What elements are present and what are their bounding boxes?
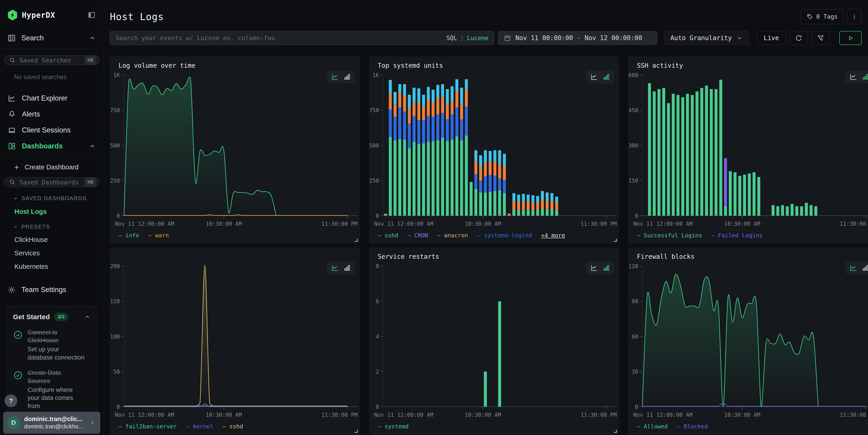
chart-plot[interactable]: 0306090120Nov 11 12:00:00 AM10:30:00 AM1… xyxy=(628,262,868,421)
svg-text:120: 120 xyxy=(628,263,638,270)
svg-text:30: 30 xyxy=(631,369,638,375)
tags-button[interactable]: 0 Tags xyxy=(801,9,843,24)
legend-item[interactable]: — Failed Logins xyxy=(711,232,763,239)
sidebar-item-search[interactable]: Search xyxy=(0,34,103,49)
chart-plot[interactable]: 02505007501KNov 11 12:00:00 AM10:30:00 A… xyxy=(369,71,619,230)
chart-plot[interactable]: 0150300450600Nov 11 12:00:00 AM10:30:00 … xyxy=(628,71,868,230)
sidebar-item-services[interactable]: Services xyxy=(14,249,103,257)
legend-item[interactable]: — CRON xyxy=(407,232,428,239)
svg-text:90: 90 xyxy=(631,298,638,305)
resize-handle[interactable] xyxy=(614,430,617,433)
resize-handle[interactable] xyxy=(355,430,358,433)
tags-label: 0 Tags xyxy=(816,13,838,20)
sidebar-item-dashboards[interactable]: Dashboards xyxy=(0,138,103,154)
sidebar-item-alerts[interactable]: Alerts xyxy=(0,106,103,122)
granularity-select[interactable]: Auto Granularity xyxy=(664,31,749,45)
saved-searches-field[interactable] xyxy=(20,57,85,64)
bar-chart-icon[interactable] xyxy=(603,264,610,272)
chevron-up-icon[interactable] xyxy=(89,143,96,150)
create-dashboard-label: Create Dashboard xyxy=(25,163,79,171)
saved-dashboards-input[interactable]: ⌘K xyxy=(4,177,100,187)
user-email: dominic.tran@clickho... xyxy=(24,423,89,430)
refresh-button[interactable] xyxy=(789,31,808,45)
bar-chart-icon[interactable] xyxy=(343,73,351,81)
sidebar-collapse-icon[interactable] xyxy=(88,11,96,19)
line-chart-icon[interactable] xyxy=(849,264,857,272)
legend-item[interactable]: — anacron xyxy=(437,232,468,239)
saved-dashboards-field[interactable] xyxy=(20,179,85,186)
sidebar-item-clickhouse[interactable]: ClickHouse xyxy=(14,236,103,244)
line-chart-icon[interactable] xyxy=(331,73,339,81)
line-chart-icon[interactable] xyxy=(849,73,857,81)
legend-more-link[interactable]: +4 more xyxy=(541,232,565,239)
chart-plot[interactable]: 02505007501KNov 11 12:00:00 AM10:30:00 A… xyxy=(110,71,360,230)
sidebar-item-host-logs[interactable]: Host Logs xyxy=(14,208,103,215)
resize-handle[interactable] xyxy=(355,239,358,242)
event-search-box[interactable]: SQL|Lucene xyxy=(110,31,494,45)
sidebar-item-team-settings[interactable]: Team Settings xyxy=(0,285,103,294)
bar-chart-icon[interactable] xyxy=(343,264,351,272)
sidebar-item-chart-explorer[interactable]: Chart Explorer xyxy=(0,90,103,106)
bar-chart-icon[interactable] xyxy=(603,73,610,81)
chevron-up-icon[interactable] xyxy=(84,314,91,320)
bar-chart-icon[interactable] xyxy=(862,73,868,81)
saved-searches-input[interactable]: ⌘K xyxy=(4,55,100,65)
get-started-step[interactable]: Create Data Sources Configure where your… xyxy=(13,369,91,410)
legend-item[interactable]: — info xyxy=(119,232,139,239)
chart-type-toggle[interactable] xyxy=(327,70,355,83)
resize-handle[interactable] xyxy=(614,239,617,242)
help-button[interactable]: ? xyxy=(5,395,17,407)
svg-text:10:30:00 AM: 10:30:00 AM xyxy=(206,412,242,418)
user-menu[interactable]: D dominic.tran@clic... dominic.tran@clic… xyxy=(3,412,100,434)
filter-button[interactable] xyxy=(811,31,830,45)
saved-dashboards-header[interactable]: SAVED DASHBOARDS xyxy=(13,195,103,201)
svg-text:2: 2 xyxy=(376,369,379,375)
kbd-shortcut: ⌘K xyxy=(85,178,96,187)
legend-item[interactable]: — kernel xyxy=(186,423,213,430)
svg-text:200: 200 xyxy=(110,263,120,270)
chevron-up-icon[interactable] xyxy=(89,35,96,41)
chart-type-toggle[interactable] xyxy=(327,261,355,274)
line-chart-icon[interactable] xyxy=(590,264,598,272)
chart-type-toggle[interactable] xyxy=(845,70,868,83)
run-query-button[interactable] xyxy=(839,31,862,45)
chart-type-toggle[interactable] xyxy=(586,70,614,83)
presets-header[interactable]: PRESETS xyxy=(13,224,103,230)
sidebar-item-client-sessions[interactable]: Client Sessions xyxy=(0,122,103,138)
get-started-step[interactable]: Connect to ClickHouse Set up your databa… xyxy=(13,329,91,362)
sidebar-item-kubernetes[interactable]: Kubernetes xyxy=(14,263,103,270)
chart-legend: — sshd— CRON— anacron— systemd-logind+4 … xyxy=(369,230,619,241)
legend-item[interactable]: — Blocked xyxy=(677,423,708,430)
legend-item[interactable]: — systemd xyxy=(378,423,408,430)
svg-text:0: 0 xyxy=(376,404,379,410)
chart-type-toggle[interactable] xyxy=(845,261,868,274)
bar-chart-icon[interactable] xyxy=(862,264,868,272)
svg-text:11:30:00 PM: 11:30:00 PM xyxy=(581,221,617,227)
chart-type-toggle[interactable] xyxy=(586,261,614,274)
chart-legend: — fail2ban-server— kernel— sshd xyxy=(110,421,360,432)
legend-item[interactable]: — sshd xyxy=(378,232,398,239)
step-title: Connect to ClickHouse xyxy=(28,329,85,344)
legend-item[interactable]: — Successful Logins xyxy=(637,232,702,239)
legend-item[interactable]: — systemd-logind xyxy=(477,232,532,239)
sql-mode-toggle[interactable]: SQL xyxy=(446,35,457,41)
date-range-picker[interactable]: Nov 11 00:00:00 - Nov 12 00:00:00 xyxy=(498,31,657,45)
legend-item[interactable]: — Allowed xyxy=(637,423,668,430)
plus-icon xyxy=(13,164,20,171)
chart-plot[interactable]: 050100150200Nov 11 12:00:00 AM10:30:00 A… xyxy=(110,262,360,421)
sidebar-item-label: Search xyxy=(22,34,89,42)
chart-panel: Top systemd units 02505007501KNov 11 12:… xyxy=(369,56,619,244)
line-chart-icon xyxy=(7,94,17,102)
lucene-mode-toggle[interactable]: Lucene xyxy=(467,35,489,41)
legend-item[interactable]: — fail2ban-server xyxy=(119,423,177,430)
create-dashboard-button[interactable]: Create Dashboard xyxy=(13,163,103,171)
panel-menu-button[interactable] xyxy=(847,9,862,24)
line-chart-icon[interactable] xyxy=(590,73,598,81)
chart-plot[interactable]: 02468Nov 11 12:00:00 AM10:30:00 AM11:30:… xyxy=(369,262,619,421)
line-chart-icon[interactable] xyxy=(331,264,339,272)
event-search-input[interactable] xyxy=(116,34,446,41)
legend-item[interactable]: — warn xyxy=(148,232,169,239)
svg-text:500: 500 xyxy=(110,143,120,149)
legend-item[interactable]: — sshd xyxy=(222,423,243,430)
live-button[interactable]: Live xyxy=(757,31,786,45)
